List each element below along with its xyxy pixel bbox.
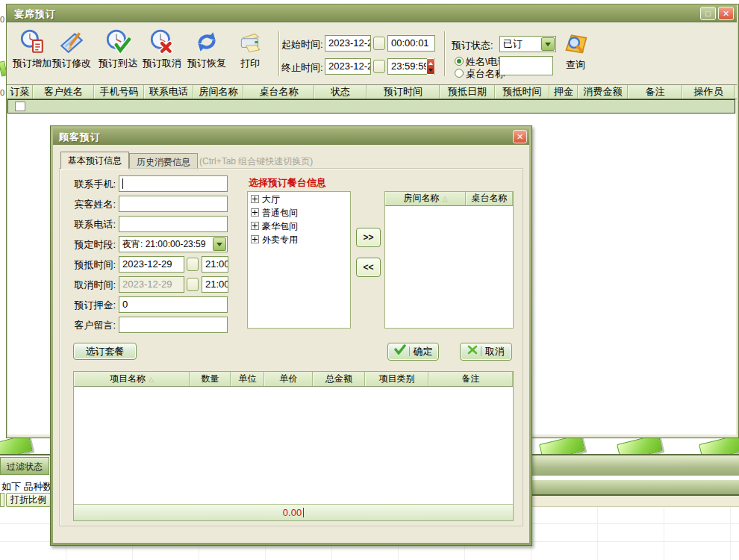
period-label: 预定时段:: [71, 238, 116, 252]
select-table-title: 选择预订餐台信息: [249, 176, 326, 190]
name-phone-radio[interactable]: [455, 57, 464, 66]
background-button-fragment: [0, 493, 4, 507]
button-label: 查询: [552, 58, 599, 72]
tel-input[interactable]: [119, 216, 228, 232]
button-label: 预订恢复: [183, 57, 231, 70]
query-button[interactable]: 查询: [552, 30, 599, 79]
item-column-header[interactable]: 总金额: [313, 372, 365, 386]
cancel-date-input: 2023-12-29: [119, 276, 184, 293]
reservation-cancel-button[interactable]: 预订取消: [138, 28, 186, 78]
table-name-column-header[interactable]: 桌台名称: [466, 192, 513, 205]
tab-basic-reservation[interactable]: 基本预订信息: [60, 152, 129, 169]
items-total-bar: 0.00: [74, 504, 513, 520]
column-header[interactable]: 房间名称: [193, 85, 243, 99]
cancel-date-picker-button[interactable]: [187, 278, 199, 291]
expand-plus-icon[interactable]: [251, 208, 259, 217]
phone-input[interactable]: [119, 175, 228, 192]
start-date-input[interactable]: 2023-12-29: [325, 35, 371, 52]
column-header[interactable]: 押金: [549, 85, 578, 99]
reservation-table-header: 订菜 客户姓名 手机号码 联系电话 房间名称 桌台名称 状态 预订时间 预抵日期…: [7, 84, 737, 99]
button-label: 打印: [226, 57, 274, 70]
ok-button[interactable]: 确定: [387, 343, 439, 361]
column-header[interactable]: 状态: [314, 85, 367, 99]
item-column-header[interactable]: 项目类别: [365, 372, 428, 386]
print-button[interactable]: 打印: [226, 28, 274, 78]
guest-name-input[interactable]: [119, 196, 228, 212]
column-header[interactable]: 预订时间: [367, 85, 440, 99]
close-button[interactable]: ✕: [718, 7, 734, 20]
deposit-input[interactable]: 0: [119, 296, 228, 313]
maximize-button[interactable]: □: [700, 7, 716, 20]
column-header[interactable]: 预抵时间: [495, 85, 549, 99]
reserved-items-table[interactable]: 项目名称 数量 单位 单价 总金额 项目类别 备注 0.00: [73, 371, 514, 521]
order-dishes-checkbox[interactable]: [15, 102, 25, 111]
arrive-date-input[interactable]: 2023-12-29: [119, 256, 184, 273]
end-date-input[interactable]: 2023-12-29: [325, 58, 371, 75]
toolbar: 预订增加 预订修改 预订到达 预订取消: [7, 22, 737, 85]
expand-plus-icon[interactable]: [251, 222, 259, 230]
column-header[interactable]: 预抵日期: [440, 85, 495, 99]
filter-status-tab[interactable]: 过滤状态: [0, 457, 49, 475]
start-date-picker-button[interactable]: [373, 37, 385, 50]
background-fragment: 0: [0, 15, 6, 24]
toolbar-separator: [278, 31, 279, 76]
item-column-header[interactable]: 单价: [264, 372, 313, 386]
column-header[interactable]: 备注: [628, 85, 682, 99]
column-header[interactable]: 联系电话: [144, 85, 193, 99]
tree-item-label: 普通包间: [262, 208, 298, 218]
items-total-value: 0.00: [283, 507, 302, 518]
move-right-button[interactable]: >>: [356, 228, 381, 247]
tel-label: 联系电话:: [71, 218, 116, 231]
tree-item-normal-room[interactable]: 普通包间: [251, 208, 350, 219]
toolbar-separator: [444, 31, 445, 76]
room-name-column-header[interactable]: 房间名称: [385, 192, 466, 205]
move-left-button[interactable]: <<: [356, 258, 381, 277]
select-package-button[interactable]: 选订套餐: [73, 343, 137, 360]
table-name-radio[interactable]: [455, 69, 464, 78]
end-date-picker-button[interactable]: [373, 60, 385, 73]
time-spinner[interactable]: [426, 58, 435, 75]
column-header[interactable]: 桌台名称: [243, 85, 314, 99]
items-table-header: 项目名称 数量 单位 单价 总金额 项目类别 备注: [74, 372, 513, 387]
button-label: 预订到达: [94, 57, 142, 70]
start-time-input[interactable]: 00:00:01: [387, 35, 435, 52]
tree-item-takeout[interactable]: 外卖专用: [251, 234, 350, 246]
discount-ratio-button[interactable]: 打折比例: [6, 493, 51, 507]
column-header[interactable]: 操作员: [682, 85, 735, 99]
reservation-restore-button[interactable]: 预订恢复: [183, 28, 231, 78]
message-input[interactable]: [119, 317, 228, 333]
expand-plus-icon[interactable]: [251, 195, 259, 203]
button-label: 预订修改: [48, 57, 96, 70]
period-select[interactable]: 夜宵: 21:00:00-23:59: [119, 236, 228, 252]
phone-label: 联系手机:: [71, 178, 116, 191]
cancel-time-label: 取消时间:: [71, 279, 116, 292]
dialog-close-button[interactable]: ✕: [513, 130, 527, 143]
cancel-button[interactable]: 取消: [460, 343, 512, 361]
item-column-header[interactable]: 单位: [231, 372, 264, 386]
item-column-header[interactable]: 备注: [428, 372, 513, 386]
reservation-arrive-button[interactable]: 预订到达: [94, 28, 142, 78]
column-header[interactable]: 客户姓名: [33, 85, 94, 99]
column-header[interactable]: 消费金额: [578, 85, 628, 99]
arrive-time-input[interactable]: 21:00: [202, 256, 228, 273]
tree-item-luxury-room[interactable]: 豪华包间: [251, 221, 350, 232]
background-left-panel: 过滤状态 如下 品种数 打折比例: [0, 455, 50, 508]
status-select[interactable]: 已订: [499, 36, 556, 52]
check-icon: [394, 343, 406, 360]
table-row[interactable]: [7, 99, 735, 113]
cancel-time-input[interactable]: 21:00: [202, 276, 228, 293]
item-column-header[interactable]: 数量: [190, 372, 231, 386]
column-header[interactable]: 订菜: [7, 85, 33, 99]
tree-item-hall[interactable]: 大厅: [251, 194, 350, 205]
clock-check-icon: [94, 28, 142, 55]
chevron-down-icon[interactable]: [213, 237, 226, 251]
expand-plus-icon[interactable]: [251, 235, 259, 243]
selected-tables-list[interactable]: 房间名称 桌台名称: [384, 191, 514, 329]
item-column-header[interactable]: 项目名称: [74, 372, 190, 386]
search-input[interactable]: [499, 56, 553, 75]
window-titlebar: 宴席预订 □ ✕: [7, 4, 737, 22]
reservation-modify-button[interactable]: 预订修改: [48, 28, 96, 78]
arrive-date-picker-button[interactable]: [187, 258, 199, 271]
column-header[interactable]: 手机号码: [94, 85, 144, 99]
room-tree[interactable]: 大厅 普通包间 豪华包间 外卖专用: [247, 191, 351, 329]
